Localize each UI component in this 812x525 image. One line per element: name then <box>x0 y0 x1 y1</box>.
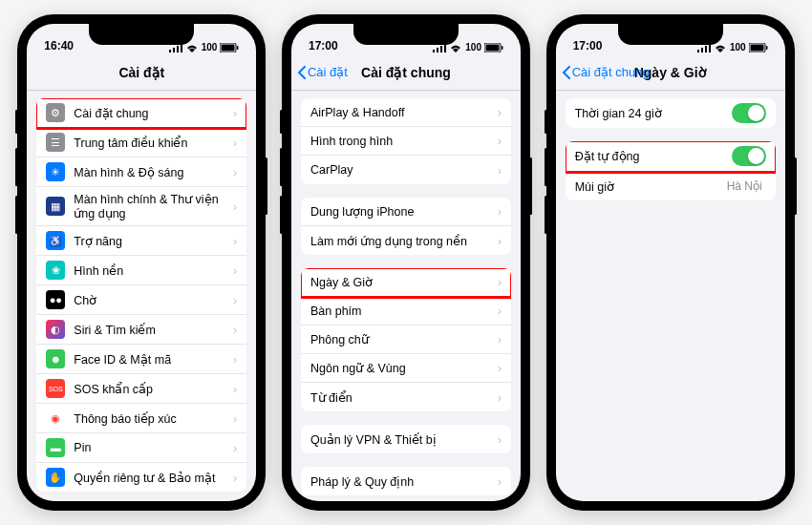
svg-rect-2 <box>177 46 179 52</box>
settings-group: Quản lý VPN & Thiết bị› <box>301 425 511 453</box>
chevron-right-icon: › <box>498 234 502 248</box>
svg-rect-1 <box>173 48 175 52</box>
row-label: Pháp lý & Quy định <box>310 474 498 489</box>
svg-rect-13 <box>502 46 503 50</box>
battery-text: 100 <box>465 42 481 52</box>
row-label: CarPlay <box>310 163 498 177</box>
chevron-right-icon: › <box>498 390 502 405</box>
battery-icon <box>220 43 239 52</box>
wifi-icon <box>185 43 199 52</box>
settings-row[interactable]: ❀Hình nền› <box>36 256 246 285</box>
settings-row[interactable]: ▬Pin› <box>36 433 246 463</box>
row-label: Trợ năng <box>74 234 233 248</box>
settings-row[interactable]: Làm mới ứng dụng trong nền› <box>301 226 511 255</box>
notch <box>353 24 459 45</box>
chevron-right-icon: › <box>233 352 237 367</box>
settings-group: Dung lượng iPhone›Làm mới ứng dụng trong… <box>301 198 511 255</box>
settings-row[interactable]: Pháp lý & Quy định› <box>301 467 511 495</box>
settings-row[interactable]: SOSSOS khẩn cấp› <box>36 374 246 404</box>
settings-row[interactable]: ◐Siri & Tìm kiếm› <box>36 315 246 345</box>
toggle-switch[interactable] <box>732 103 766 123</box>
settings-group: Thời gian 24 giờ <box>566 98 776 128</box>
svg-rect-15 <box>701 48 703 52</box>
nav-title: Cài đặt chung <box>361 65 451 80</box>
settings-row[interactable]: ☀Màn hình & Độ sáng› <box>36 158 246 187</box>
row-icon: ◐ <box>46 320 65 339</box>
row-label: Cài đặt chung <box>74 106 233 120</box>
wifi-icon <box>714 43 727 52</box>
settings-content[interactable]: ⚙Cài đặt chung›☰Trung tâm điều khiển›☀Mà… <box>27 91 256 501</box>
row-icon: ✋ <box>46 468 65 487</box>
row-label: Ngôn ngữ & Vùng <box>310 361 498 375</box>
row-label: Thời gian 24 giờ <box>575 106 732 120</box>
settings-row[interactable]: ●●Chờ› <box>36 285 246 315</box>
chevron-right-icon: › <box>233 106 237 120</box>
row-label: Face ID & Mật mã <box>74 352 233 367</box>
chevron-right-icon: › <box>233 165 237 179</box>
row-icon: ◉ <box>46 409 65 428</box>
settings-row[interactable]: Dung lượng iPhone› <box>301 198 511 226</box>
settings-row[interactable]: Ngày & Giờ› <box>301 268 511 297</box>
chevron-right-icon: › <box>233 293 237 307</box>
svg-rect-6 <box>237 46 239 50</box>
settings-row[interactable]: Thời gian 24 giờ <box>566 98 776 128</box>
chevron-right-icon: › <box>498 275 502 289</box>
chevron-right-icon: › <box>233 263 237 278</box>
back-button[interactable]: Cài đặt <box>297 65 348 79</box>
row-label: Múi giờ <box>575 179 727 194</box>
chevron-left-icon <box>562 66 571 79</box>
row-icon: SOS <box>46 379 65 398</box>
svg-rect-7 <box>433 50 435 52</box>
svg-rect-9 <box>440 46 442 52</box>
row-label: Phông chữ <box>310 332 498 346</box>
nav-header: Cài đặt chung Ngày & Giờ <box>556 54 785 91</box>
settings-row[interactable]: ◉Thông báo tiếp xúc› <box>36 404 246 433</box>
settings-row[interactable]: ✋Quyền riêng tư & Bảo mật› <box>36 463 246 492</box>
settings-content[interactable]: Thời gian 24 giờĐặt tự độngMúi giờHà Nội <box>556 91 785 501</box>
back-button[interactable]: Cài đặt chung <box>562 65 650 79</box>
chevron-right-icon: › <box>233 323 237 337</box>
settings-group: Ngày & Giờ›Bàn phím›Phông chữ›Ngôn ngữ &… <box>301 268 511 411</box>
chevron-right-icon: › <box>233 234 237 248</box>
toggle-switch[interactable] <box>732 146 766 166</box>
row-label: Đặt tự động <box>575 149 732 163</box>
settings-row[interactable]: Hình trong hình› <box>301 127 511 156</box>
row-label: Dung lượng iPhone <box>310 204 498 219</box>
wifi-icon <box>449 43 462 52</box>
settings-row[interactable]: Từ điển› <box>301 383 511 411</box>
row-label: Bàn phím <box>310 304 498 318</box>
settings-row[interactable]: Đặt tự động <box>566 141 776 172</box>
settings-content[interactable]: AirPlay & Handoff›Hình trong hình›CarPla… <box>291 91 521 501</box>
row-label: Siri & Tìm kiếm <box>74 323 233 337</box>
settings-row[interactable]: Bàn phím› <box>301 297 511 326</box>
battery-text: 100 <box>730 42 746 52</box>
svg-rect-19 <box>750 44 763 51</box>
chevron-right-icon: › <box>498 134 502 148</box>
settings-row[interactable]: Phông chữ› <box>301 326 511 354</box>
settings-row[interactable]: Quản lý VPN & Thiết bị› <box>301 425 511 453</box>
svg-rect-14 <box>697 50 699 52</box>
settings-row[interactable]: Ngôn ngữ & Vùng› <box>301 354 511 383</box>
chevron-right-icon: › <box>498 304 502 318</box>
settings-row[interactable]: AirPlay & Handoff› <box>301 98 511 127</box>
row-label: Trung tâm điều khiển <box>74 136 233 150</box>
row-label: AirPlay & Handoff <box>310 106 498 119</box>
chevron-right-icon: › <box>498 163 502 178</box>
settings-row[interactable]: CarPlay› <box>301 156 511 184</box>
back-label: Cài đặt <box>308 65 348 79</box>
settings-row[interactable]: Múi giờHà Nội <box>566 172 776 200</box>
settings-row[interactable]: ☻Face ID & Mật mã› <box>36 345 246 374</box>
svg-rect-0 <box>169 50 171 52</box>
settings-row[interactable]: ♿Trợ năng› <box>36 226 246 256</box>
settings-row[interactable]: ⚙Cài đặt chung› <box>36 98 246 128</box>
chevron-right-icon: › <box>498 361 502 375</box>
settings-row[interactable]: ☰Trung tâm điều khiển› <box>36 128 246 158</box>
phone-frame-1: 16:40 100 Cài đặt ⚙Cài đặt chung›☰Trung … <box>17 14 266 511</box>
settings-group: Pháp lý & Quy định› <box>301 467 511 495</box>
chevron-left-icon <box>297 66 307 79</box>
settings-row[interactable]: ▦Màn hình chính & Thư viện ứng dụng› <box>36 187 246 226</box>
row-icon: ●● <box>46 290 65 309</box>
nav-title: Cài đặt <box>118 65 164 80</box>
svg-rect-16 <box>705 46 707 52</box>
battery-icon <box>749 43 768 52</box>
